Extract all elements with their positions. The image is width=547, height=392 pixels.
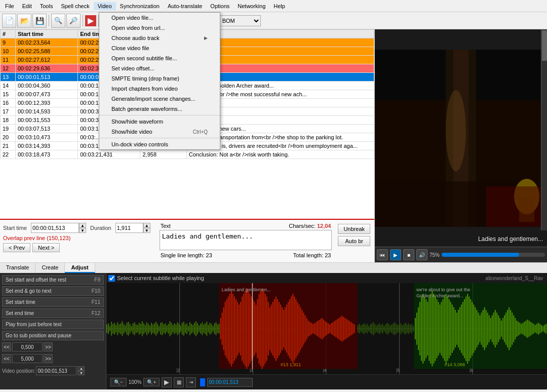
- menu-open-second-sub[interactable]: Open second subtitle file...: [99, 53, 220, 63]
- video-dropdown-overlay[interactable]: Open video file... Open video from url..…: [0, 0, 547, 392]
- video-dropdown-menu: Open video file... Open video from url..…: [99, 12, 220, 150]
- menu-show-hide-waveform[interactable]: Show/hide waveform: [99, 116, 220, 127]
- menu-open-video-file[interactable]: Open video file...: [99, 13, 220, 23]
- menu-close-video[interactable]: Close video file: [99, 43, 220, 53]
- menu-import-chapters[interactable]: Import chapters from video: [99, 84, 220, 94]
- menu-divider-1: [99, 115, 220, 115]
- menu-generate-scene-changes[interactable]: Generate/import scene changes...: [99, 94, 220, 104]
- menu-set-video-offset[interactable]: Set video offset...: [99, 63, 220, 73]
- menu-batch-waveforms[interactable]: Batch generate waveforms...: [99, 104, 220, 114]
- menu-undock-video[interactable]: Un-dock video controls: [99, 139, 220, 149]
- menu-smpte-timing[interactable]: SMPTE timing (drop frame): [99, 73, 220, 84]
- menu-show-hide-video[interactable]: Show/hide video Ctrl+Q: [99, 127, 220, 137]
- menu-choose-audio[interactable]: Choose audio track ▶: [99, 33, 220, 43]
- menu-divider-2: [99, 138, 220, 138]
- menu-open-video-url[interactable]: Open video from url...: [99, 23, 220, 33]
